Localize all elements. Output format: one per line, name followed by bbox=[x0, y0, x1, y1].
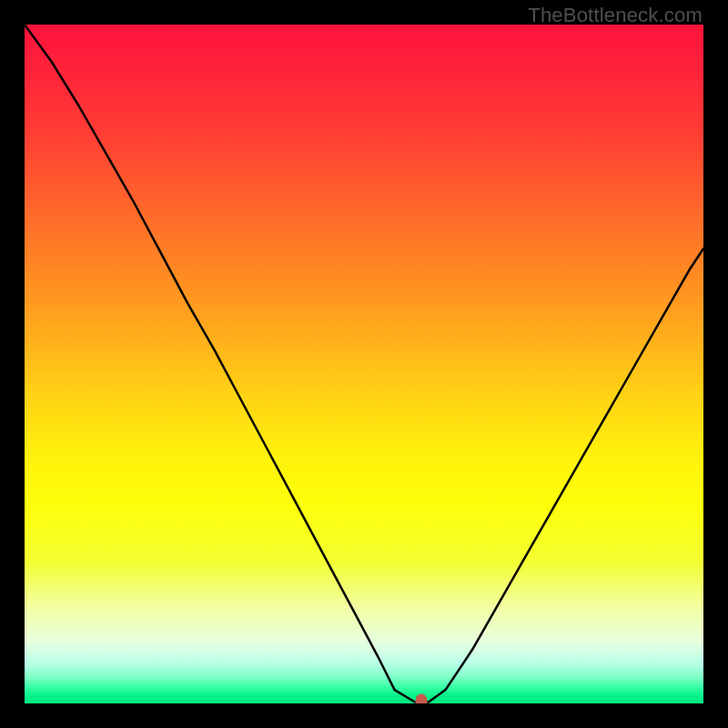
chart-frame: TheBottleneck.com bbox=[0, 0, 728, 728]
plot-area bbox=[25, 25, 703, 703]
bottleneck-curve bbox=[25, 25, 703, 703]
optimum-marker bbox=[416, 693, 428, 703]
watermark-text: TheBottleneck.com bbox=[528, 4, 703, 27]
